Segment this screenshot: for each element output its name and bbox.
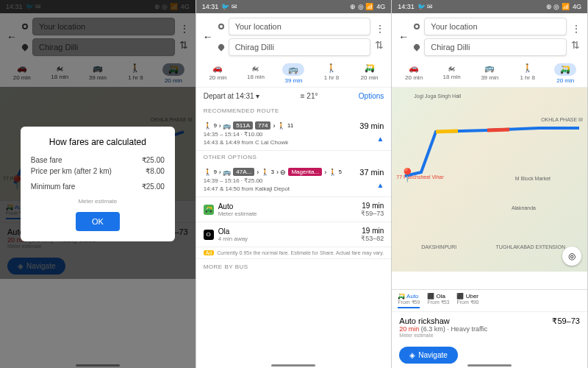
ad-disclaimer: AdCurrently 0.95x the normal fare. Estim…	[196, 247, 392, 258]
mode-walk[interactable]: 🚶1 hr 8	[509, 60, 547, 87]
origin-dot-icon	[414, 24, 420, 29]
navigate-button[interactable]: ◈ Navigate	[399, 347, 457, 364]
fare-dialog: How fares are calculated Base fare₹25.00…	[21, 127, 175, 241]
nav-pill[interactable]	[467, 364, 512, 367]
route-nav-icon[interactable]: ▲	[376, 181, 384, 189]
dest-input[interactable]: Chirag Dilli	[424, 38, 567, 56]
dest-input[interactable]: Chirag Dilli	[229, 38, 371, 56]
origin-dot-icon	[218, 24, 224, 29]
section-more-bus: MORE BY BUS	[196, 258, 392, 273]
mode-walk[interactable]: 🚶1 hr 8	[312, 60, 351, 87]
mode-bike[interactable]: 🏍18 min	[237, 60, 275, 87]
ride-option-ola[interactable]: OOla4 min away 19 min₹53–82	[196, 222, 392, 247]
mode-taxi[interactable]: 🛺20 min	[351, 60, 389, 87]
dialog-title: How fares are calculated	[31, 137, 165, 147]
fare-dialog-overlay[interactable]: How fares are calculated Base fare₹25.00…	[0, 0, 196, 368]
route-other-1[interactable]: 🚶9 › 🚌 47A... › 🚶3 › ⊖ Magenta... › 🚶5 1…	[196, 163, 392, 197]
mode-car[interactable]: 🚗20 min	[199, 60, 237, 87]
options-button[interactable]: Options	[359, 92, 384, 100]
section-recommended: RECOMMENDED ROUTE	[196, 105, 392, 117]
more-icon[interactable]: ⋮	[571, 23, 581, 35]
mode-transit[interactable]: 🚌39 min	[470, 60, 509, 87]
depart-selector[interactable]: Depart at 14:31 ▾	[204, 92, 260, 100]
dest-pin-icon	[217, 43, 225, 51]
dest-pin-icon	[413, 43, 421, 51]
back-icon[interactable]: ←	[202, 31, 214, 43]
status-bar: 14:31🐦 ✉ ⊕ ◎ 📶4G	[196, 0, 392, 13]
mode-bike[interactable]: 🏍18 min	[433, 60, 471, 87]
map-canvas[interactable]: Jogi Joga Singh Hall OKHLA PHASE III 77 …	[392, 88, 587, 272]
more-icon[interactable]: ⋮	[375, 23, 385, 35]
route-nav-icon[interactable]: ▲	[376, 135, 384, 143]
screen-transit: 14:31🐦 ✉ ⊕ ◎ 📶4G ← Your location Chirag …	[196, 0, 392, 368]
status-bar: 14:31🐦 ✉ ⊕ ◎ 📶4G	[392, 0, 587, 13]
origin-input[interactable]: Your location	[424, 18, 567, 35]
mode-car[interactable]: 🚗20 min	[395, 60, 433, 87]
ride-option-auto[interactable]: 🛺AutoMeter estimate 19 min₹59–73	[196, 197, 392, 222]
swap-icon[interactable]: ⇅	[571, 39, 581, 51]
mode-taxi[interactable]: 🛺20 min	[546, 60, 584, 87]
ride-sheet: 🛺 AutoFrom ₹59 ⬛ OlaFrom ₹53 ⬛ UberFrom …	[392, 289, 587, 368]
nav-pill[interactable]	[271, 364, 315, 367]
mode-transit[interactable]: 🚌39 min	[275, 60, 313, 87]
route-recommended[interactable]: 🚶9 › 🚌 511A 774 › 🚶11 14:35 – 15:14 · ₹1…	[196, 117, 392, 151]
ride-tab-auto[interactable]: 🛺 AutoFrom ₹59	[398, 293, 420, 308]
swap-icon[interactable]: ⇅	[375, 39, 385, 51]
screen-fare-dialog: 14:31🐦 ✉ ⊕ ◎ 📶4G ← Your location Chirag …	[0, 0, 196, 368]
recenter-button[interactable]: ◎	[562, 247, 581, 266]
ok-button[interactable]: OK	[76, 212, 120, 231]
ride-tab-uber[interactable]: ⬛ UberFrom ₹90	[456, 293, 478, 308]
screen-ride-map: 14:31🐦 ✉ ⊕ ◎ 📶4G ← Your location Chirag …	[392, 0, 588, 368]
origin-input[interactable]: Your location	[229, 18, 371, 35]
ride-price: ₹59–73	[552, 316, 580, 326]
map-pin-icon: 📍	[399, 167, 415, 183]
back-icon[interactable]: ←	[398, 31, 409, 43]
ride-tab-ola[interactable]: ⬛ OlaFrom ₹53	[427, 293, 449, 308]
section-other: OTHER OPTIONS	[196, 151, 392, 163]
